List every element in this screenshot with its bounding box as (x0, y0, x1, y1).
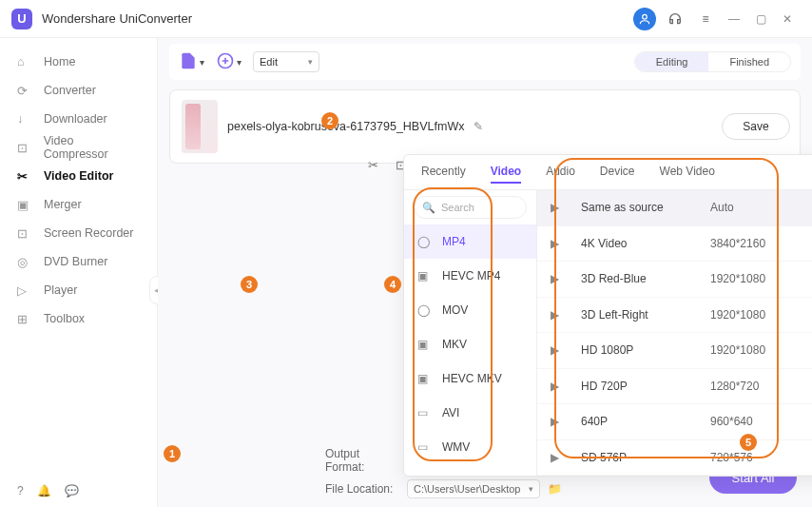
format-tab-video[interactable]: Video (491, 165, 521, 184)
format-item-mov[interactable]: ◯MOV (404, 293, 536, 327)
nav-label: Video Compressor (44, 134, 140, 161)
resolution-dimensions: Auto (710, 201, 812, 214)
resolution-row[interactable]: ▶4K Video3840*2160✎ (537, 226, 812, 263)
format-label: HEVC MKV (442, 372, 502, 385)
nav-icon: ⊡ (17, 226, 34, 241)
sidebar-item-video-editor[interactable]: ✂Video Editor (0, 162, 157, 190)
video-icon: ▶ (551, 415, 566, 428)
format-icon: ▣ (417, 269, 433, 283)
file-card: pexels-olya-kobruseva-6173795_HBVLfmWx ✎… (169, 89, 801, 164)
nav-label: Player (44, 283, 77, 297)
sidebar-item-player[interactable]: ▷Player (0, 276, 157, 304)
resolution-row[interactable]: ▶Same as sourceAuto✎ (537, 190, 812, 226)
menu-icon[interactable]: ≡ (694, 8, 717, 30)
resolution-list-panel: ▶Same as sourceAuto✎▶4K Video3840*2160✎▶… (537, 190, 812, 476)
status-segment: Editing Finished (634, 51, 791, 72)
resolution-name: 3D Left-Right (581, 308, 695, 322)
resolution-dimensions: 1280*720 (710, 380, 812, 393)
add-media-button[interactable]: ▾ (216, 51, 242, 73)
format-item-avi[interactable]: ▭AVI (404, 396, 536, 430)
format-label: MOV (442, 303, 468, 317)
bottom-toolbar: ? 🔔 💬 (17, 484, 79, 497)
resolution-dimensions: 3840*2160 (710, 237, 812, 250)
video-icon: ▶ (551, 308, 566, 322)
sidebar-item-downloader[interactable]: ↓Downloader (0, 105, 157, 133)
format-icon: ▣ (417, 338, 433, 351)
format-tab-device[interactable]: Device (600, 165, 635, 184)
resolution-row[interactable]: ▶3D Red-Blue1920*1080✎ (537, 262, 812, 298)
segment-finished[interactable]: Finished (708, 52, 790, 71)
resolution-row[interactable]: ▶HD 1080P1920*1080✎ (537, 333, 812, 369)
resolution-name: 3D Red-Blue (581, 272, 695, 285)
rename-icon[interactable]: ✎ (474, 120, 483, 133)
resolution-name: 4K Video (581, 237, 695, 250)
format-icon: ◯ (417, 303, 433, 317)
add-file-button[interactable]: ▾ (179, 51, 204, 73)
resolution-name: 640P (581, 415, 695, 428)
main-panel: ▾ ▾ Edit▾ Editing Finished pexels-olya-k… (158, 38, 812, 507)
format-item-hevc-mp4[interactable]: ▣HEVC MP4 (404, 259, 536, 293)
help-icon[interactable]: ? (17, 484, 24, 497)
video-icon: ▶ (551, 343, 566, 357)
file-location-label: File Location: (325, 482, 399, 496)
format-dropdown-panel: RecentlyVideoAudioDeviceWeb Video 🔍 Sear… (403, 154, 812, 477)
sidebar-item-dvd-burner[interactable]: ◎DVD Burner (0, 247, 157, 276)
search-placeholder: Search (441, 202, 474, 213)
minimize-button[interactable]: — (721, 6, 747, 32)
format-item-mkv[interactable]: ▣MKV (404, 327, 536, 361)
resolution-row[interactable]: ▶SD 576P720*576✎ (537, 440, 812, 477)
format-tab-recently[interactable]: Recently (421, 165, 466, 184)
sidebar-item-video-compressor[interactable]: ⊡Video Compressor (0, 133, 157, 162)
resolution-row[interactable]: ▶3D Left-Right1920*1080✎ (537, 298, 812, 334)
user-icon[interactable] (633, 8, 656, 30)
app-title: Wondershare UniConverter (42, 11, 629, 26)
nav-label: Home (44, 55, 75, 68)
save-button[interactable]: Save (722, 113, 790, 140)
format-search-input[interactable]: 🔍 Search (414, 196, 527, 219)
sidebar-item-screen-recorder[interactable]: ⊡Screen Recorder (0, 219, 157, 247)
format-icon: ▭ (417, 440, 433, 454)
format-item-mp4[interactable]: ◯MP4 (404, 224, 536, 259)
format-tab-audio[interactable]: Audio (546, 165, 575, 184)
resolution-row[interactable]: ▶640P960*640✎ (537, 404, 812, 440)
notifications-icon[interactable]: 🔔 (37, 484, 51, 497)
resolution-row[interactable]: ▶HD 720P1280*720✎ (537, 369, 812, 405)
nav-label: Toolbox (44, 312, 85, 325)
edit-dropdown[interactable]: Edit▾ (253, 51, 319, 72)
format-label: WMV (442, 440, 470, 454)
format-label: HEVC MP4 (442, 269, 500, 283)
annotation-badge-1: 1 (164, 445, 181, 462)
annotation-badge-2: 2 (321, 112, 338, 129)
nav-label: Downloader (44, 112, 107, 126)
segment-editing[interactable]: Editing (635, 52, 709, 71)
cut-tool-icon[interactable]: ✂ (368, 158, 378, 172)
sidebar-item-toolbox[interactable]: ⊞Toolbox (0, 304, 157, 333)
support-icon[interactable] (664, 8, 686, 30)
sidebar-item-converter[interactable]: ⟳Converter (0, 76, 157, 105)
format-tab-web-video[interactable]: Web Video (660, 165, 715, 184)
format-label: MP4 (442, 235, 466, 248)
video-icon: ▶ (551, 380, 566, 393)
svg-point-0 (643, 14, 648, 19)
video-thumbnail[interactable] (182, 100, 218, 153)
add-file-icon (179, 51, 198, 73)
annotation-badge-5: 5 (740, 434, 757, 451)
feedback-icon[interactable]: 💬 (65, 484, 79, 497)
nav-icon: ▷ (17, 283, 34, 298)
sidebar-item-home[interactable]: ⌂Home (0, 48, 157, 76)
format-label: AVI (442, 406, 459, 419)
open-folder-icon[interactable]: 📁 (548, 482, 565, 496)
app-logo: U (11, 9, 32, 29)
nav-icon: ⊞ (17, 312, 34, 326)
annotation-badge-3: 3 (241, 276, 258, 293)
resolution-name: Same as source (581, 201, 695, 214)
format-item-wmv[interactable]: ▭WMV (404, 430, 536, 464)
format-list-panel: 🔍 Search ◯MP4▣HEVC MP4◯MOV▣MKV▣HEVC MKV▭… (404, 190, 537, 476)
video-icon: ▶ (551, 237, 566, 250)
file-location-select[interactable]: C:\Users\User\Desktop▾ (407, 479, 540, 498)
maximize-button[interactable]: ▢ (747, 6, 774, 32)
close-button[interactable]: ✕ (774, 6, 801, 32)
sidebar-item-merger[interactable]: ▣Merger (0, 190, 157, 219)
format-icon: ▣ (417, 372, 433, 385)
format-item-hevc-mkv[interactable]: ▣HEVC MKV (404, 361, 536, 396)
